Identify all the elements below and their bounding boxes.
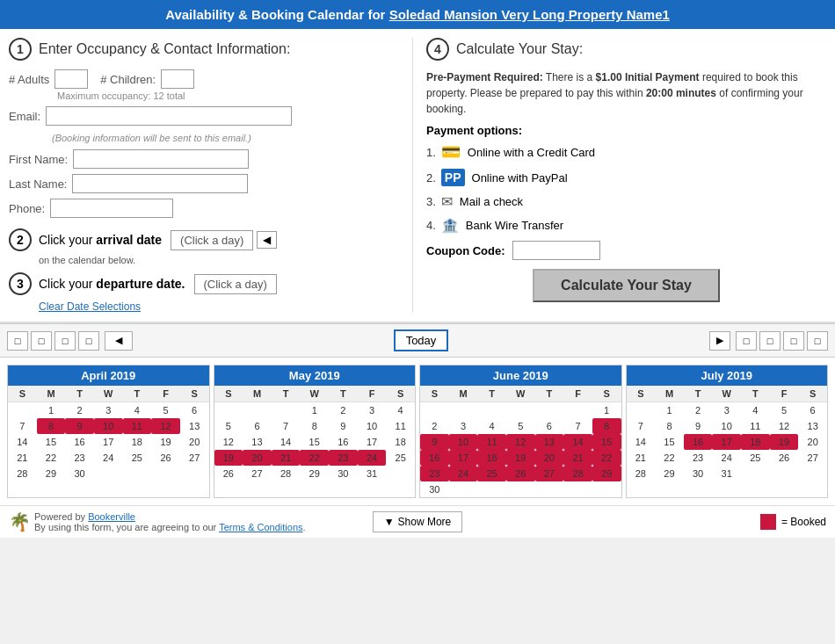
calendar-day[interactable]: 17: [449, 450, 478, 466]
calendar-day[interactable]: 20: [798, 434, 827, 450]
calendar-day[interactable]: 26: [214, 466, 243, 481]
calendar-day[interactable]: 24: [712, 450, 741, 466]
nav-far-left-2[interactable]: □: [31, 331, 52, 351]
calendar-day[interactable]: 3: [94, 402, 123, 419]
calendar-day[interactable]: 12: [214, 434, 243, 450]
calendar-day[interactable]: 22: [592, 450, 621, 466]
calendar-day[interactable]: 4: [741, 402, 770, 419]
departure-date-button[interactable]: (Click a day): [194, 274, 277, 294]
calendar-day[interactable]: 23: [65, 450, 94, 466]
calendar-day[interactable]: 15: [37, 434, 66, 450]
calendar-day[interactable]: 31: [712, 466, 741, 481]
calendar-day[interactable]: 1: [655, 402, 684, 419]
calendar-day[interactable]: 24: [358, 450, 387, 466]
nav-far-left-4[interactable]: □: [78, 331, 99, 351]
calendar-day[interactable]: 22: [300, 450, 329, 466]
calendar-day[interactable]: 25: [386, 450, 415, 466]
nav-next-button[interactable]: ▶: [709, 331, 730, 351]
calendar-day[interactable]: 7: [627, 418, 656, 434]
calendar-day[interactable]: 13: [535, 434, 564, 450]
calendar-day[interactable]: 30: [420, 481, 449, 497]
calendar-day[interactable]: 27: [798, 450, 827, 466]
calendar-day[interactable]: 3: [449, 418, 478, 434]
calendar-day[interactable]: 6: [180, 402, 209, 419]
calendar-day[interactable]: 4: [386, 402, 415, 419]
calendar-day[interactable]: 21: [272, 450, 301, 466]
arrival-date-button[interactable]: (Click a day): [171, 230, 253, 250]
calendar-day[interactable]: 6: [535, 418, 564, 434]
nav-far-left-1[interactable]: □: [7, 331, 28, 351]
calendar-day[interactable]: 5: [506, 418, 535, 434]
calendar-day[interactable]: 5: [770, 402, 799, 419]
calendar-day[interactable]: 26: [506, 466, 535, 481]
calendar-day[interactable]: 17: [712, 434, 741, 450]
calendar-day[interactable]: 28: [8, 466, 37, 481]
calendar-day[interactable]: 18: [386, 434, 415, 450]
calendar-day[interactable]: 26: [770, 450, 799, 466]
calendar-day[interactable]: 28: [627, 466, 656, 481]
terms-link[interactable]: Terms & Conditions: [219, 522, 302, 532]
calendar-day[interactable]: 11: [123, 418, 152, 434]
calendar-day[interactable]: 1: [592, 402, 621, 419]
calendar-day[interactable]: 16: [684, 434, 713, 450]
calendar-day[interactable]: 7: [272, 418, 301, 434]
calendar-day[interactable]: 12: [506, 434, 535, 450]
calendar-day[interactable]: 8: [655, 418, 684, 434]
calendar-day[interactable]: 25: [477, 466, 506, 481]
calendar-day[interactable]: 22: [37, 450, 66, 466]
calendar-day[interactable]: 7: [8, 418, 37, 434]
arrival-arrow-button[interactable]: ◀: [257, 231, 277, 249]
nav-prev-button[interactable]: ◀: [105, 331, 133, 351]
calendar-day[interactable]: 17: [358, 434, 387, 450]
nav-far-right-4[interactable]: □: [807, 331, 828, 351]
calendar-day[interactable]: 27: [535, 466, 564, 481]
calendar-day[interactable]: 10: [358, 418, 387, 434]
nav-far-right-1[interactable]: □: [736, 331, 757, 351]
nav-far-right-2[interactable]: □: [759, 331, 781, 351]
calendar-day[interactable]: 20: [180, 434, 209, 450]
calendar-day[interactable]: 9: [684, 418, 713, 434]
calendar-day[interactable]: 12: [151, 418, 180, 434]
calendar-day[interactable]: 19: [770, 434, 799, 450]
calendar-day[interactable]: 19: [506, 450, 535, 466]
calendar-day[interactable]: 21: [563, 450, 592, 466]
calendar-day[interactable]: 30: [65, 466, 94, 481]
calendar-day[interactable]: 31: [358, 466, 387, 481]
calendar-day[interactable]: 18: [477, 450, 506, 466]
calendar-day[interactable]: 30: [684, 466, 713, 481]
calendar-day[interactable]: 8: [37, 418, 66, 434]
calendar-day[interactable]: 24: [94, 450, 123, 466]
calendar-day[interactable]: 1: [300, 402, 329, 419]
calendar-day[interactable]: 2: [684, 402, 713, 419]
calendar-day[interactable]: 16: [329, 434, 358, 450]
calendar-day[interactable]: 19: [151, 434, 180, 450]
calendar-day[interactable]: 14: [627, 434, 656, 450]
calendar-day[interactable]: 16: [65, 434, 94, 450]
firstname-input[interactable]: [73, 149, 249, 169]
today-button[interactable]: Today: [394, 329, 449, 351]
calendar-day[interactable]: 6: [243, 418, 272, 434]
calendar-day[interactable]: 21: [627, 450, 656, 466]
calendar-day[interactable]: 15: [655, 434, 684, 450]
calendar-day[interactable]: 9: [329, 418, 358, 434]
calendar-day[interactable]: 3: [358, 402, 387, 419]
calendar-day[interactable]: 9: [420, 434, 449, 450]
calendar-day[interactable]: 17: [94, 434, 123, 450]
calendar-day[interactable]: 21: [8, 450, 37, 466]
calendar-day[interactable]: 14: [8, 434, 37, 450]
calendar-day[interactable]: 25: [123, 450, 152, 466]
calendar-day[interactable]: 27: [243, 466, 272, 481]
calendar-day[interactable]: 8: [592, 418, 621, 434]
calendar-day[interactable]: 13: [243, 434, 272, 450]
calendar-day[interactable]: 5: [151, 402, 180, 419]
calendar-day[interactable]: 9: [65, 418, 94, 434]
calendar-day[interactable]: 26: [151, 450, 180, 466]
adults-input[interactable]: [54, 69, 88, 89]
property-name-link[interactable]: Soledad Mansion Very Long Property Name1: [389, 7, 670, 22]
calendar-day[interactable]: 19: [214, 450, 243, 466]
calendar-day[interactable]: 23: [684, 450, 713, 466]
calendar-day[interactable]: 14: [563, 434, 592, 450]
calendar-day[interactable]: 3: [712, 402, 741, 419]
calendar-day[interactable]: 1: [37, 402, 66, 419]
bookerville-link[interactable]: Bookerville: [88, 511, 135, 522]
